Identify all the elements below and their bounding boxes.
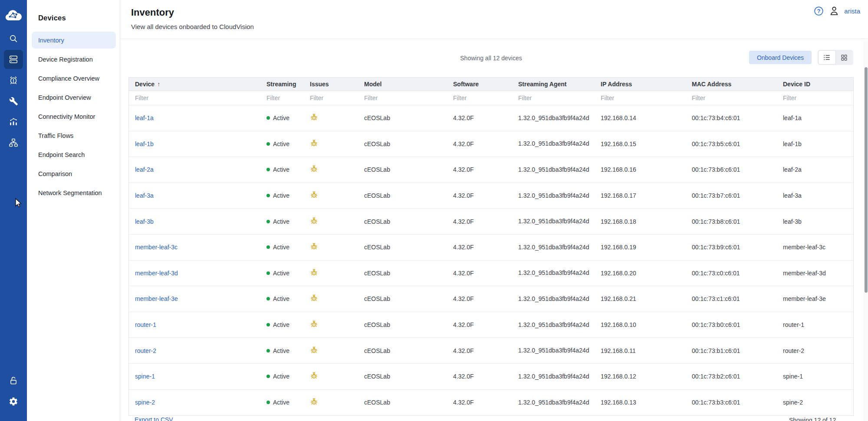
device-link[interactable]: spine-2 xyxy=(135,399,155,406)
settings-nav-button[interactable] xyxy=(4,392,23,411)
filter-input-software[interactable]: Filter xyxy=(447,95,512,101)
bug-issues-icon[interactable] xyxy=(310,268,318,277)
bug-issues-icon[interactable] xyxy=(310,165,318,173)
filter-input-mac-address[interactable]: Filter xyxy=(686,95,777,101)
user-icon[interactable] xyxy=(829,5,840,16)
column-header-software[interactable]: Software xyxy=(447,81,512,88)
bug-issues-icon[interactable] xyxy=(310,398,318,406)
software-cell: 4.32.0F xyxy=(447,114,512,121)
device-link[interactable]: member-leaf-3d xyxy=(135,270,178,277)
model-cell: cEOSLab xyxy=(358,244,447,251)
table-body: leaf-1a Active cEOSLab 4.32.0F 1.32.0_95… xyxy=(129,105,853,415)
column-header-issues[interactable]: Issues xyxy=(304,81,358,88)
column-header-device-id[interactable]: Device ID xyxy=(777,81,853,88)
device-link[interactable]: router-2 xyxy=(135,347,156,354)
mac-address-cell: 00:1c:73:b7:c6:01 xyxy=(686,192,777,199)
streaming-status: Active xyxy=(273,218,289,225)
table-row: spine-2 Active cEOSLab 4.32.0F 1.32.0_95… xyxy=(129,390,853,416)
list-view-button[interactable] xyxy=(819,51,835,64)
sidebar-item-traffic-flows[interactable]: Traffic Flows xyxy=(32,127,116,144)
bug-issues-icon[interactable] xyxy=(310,139,318,147)
bug-issues-icon[interactable] xyxy=(310,320,318,328)
bug-issues-icon[interactable] xyxy=(310,113,318,121)
wrench-icon xyxy=(9,97,18,106)
device-link[interactable]: leaf-3a xyxy=(135,192,154,199)
status-active-dot xyxy=(266,142,270,146)
dashboards-nav-button[interactable] xyxy=(4,112,23,131)
topology-nav-button[interactable] xyxy=(4,133,23,152)
device-link[interactable]: leaf-3b xyxy=(135,218,154,225)
model-cell: cEOSLab xyxy=(358,373,447,380)
device-id-cell: member-leaf-3e xyxy=(777,295,853,302)
bug-issues-icon[interactable] xyxy=(310,346,318,354)
sidebar-item-inventory[interactable]: Inventory xyxy=(32,32,116,49)
events-nav-button[interactable] xyxy=(4,71,23,90)
filter-input-streaming[interactable]: Filter xyxy=(260,95,304,101)
filter-input-device-id[interactable]: Filter xyxy=(777,95,853,101)
model-cell: cEOSLab xyxy=(358,140,447,147)
sidebar-item-endpoint-overview[interactable]: Endpoint Overview xyxy=(32,89,116,106)
search-nav-button[interactable] xyxy=(4,29,23,48)
software-cell: 4.32.0F xyxy=(447,347,512,354)
ip-address-cell: 192.168.0.18 xyxy=(595,218,686,225)
streaming-agent-cell: 1.32.0_951dba3fb9f4a24d xyxy=(518,346,595,355)
cloudvision-logo[interactable] xyxy=(5,9,22,23)
bug-issues-icon[interactable] xyxy=(310,294,318,302)
filter-input-streaming-agent[interactable]: Filter xyxy=(512,95,595,101)
device-link[interactable]: member-leaf-3c xyxy=(135,244,178,251)
bug-issues-icon[interactable] xyxy=(310,217,318,225)
sidebar-item-compliance-overview[interactable]: Compliance Overview xyxy=(32,70,116,87)
filter-input-model[interactable]: Filter xyxy=(358,95,447,101)
device-link[interactable]: spine-1 xyxy=(135,373,155,380)
sidebar-item-network-segmentation[interactable]: Network Segmentation xyxy=(32,184,116,201)
filter-input-ip-address[interactable]: Filter xyxy=(595,95,686,101)
lock-nav-button[interactable] xyxy=(4,371,23,390)
table-row: leaf-1b Active cEOSLab 4.32.0F 1.32.0_95… xyxy=(129,131,853,157)
column-header-streaming[interactable]: Streaming xyxy=(260,81,304,88)
header-divider xyxy=(120,39,868,39)
streaming-agent-cell: 1.32.0_951dba3fb9f4a24d xyxy=(518,372,595,381)
column-header-streaming-agent[interactable]: Streaming Agent xyxy=(512,81,595,88)
onboard-devices-button[interactable]: Onboard Devices xyxy=(749,51,812,64)
device-id-cell: router-2 xyxy=(777,347,853,354)
streaming-agent-cell: 1.32.0_951dba3fb9f4a24d xyxy=(518,114,595,122)
sidebar-item-device-registration[interactable]: Device Registration xyxy=(32,51,116,68)
streaming-agent-cell: 1.32.0_951dba3fb9f4a24d xyxy=(518,166,595,174)
device-link[interactable]: leaf-1a xyxy=(135,114,154,121)
help-icon[interactable]: ? xyxy=(813,6,824,16)
status-active-dot xyxy=(266,168,270,171)
device-link[interactable]: leaf-1b xyxy=(135,140,154,147)
bug-issues-icon[interactable] xyxy=(310,191,318,199)
device-id-cell: leaf-1a xyxy=(777,114,853,121)
ip-address-cell: 192.168.0.21 xyxy=(595,295,686,302)
grid-view-icon xyxy=(840,54,848,62)
metrics-chart-icon xyxy=(9,117,18,127)
model-cell: cEOSLab xyxy=(358,321,447,328)
mac-address-cell: 00:1c:73:b2:c6:01 xyxy=(686,373,777,380)
filter-input-issues[interactable]: Filter xyxy=(304,95,358,101)
bug-issues-icon[interactable] xyxy=(310,372,318,380)
column-header-mac-address[interactable]: MAC Address xyxy=(686,81,777,88)
username-link[interactable]: arista xyxy=(844,7,860,15)
column-header-ip-address[interactable]: IP Address xyxy=(595,81,686,88)
column-header-device[interactable]: Device↑ xyxy=(129,81,260,88)
scrollbar-thumb[interactable] xyxy=(865,67,868,293)
sidebar-item-connectivity-monitor[interactable]: Connectivity Monitor xyxy=(32,108,116,125)
mac-address-cell: 00:1c:73:b0:c6:01 xyxy=(686,321,777,328)
column-header-model[interactable]: Model xyxy=(358,81,447,88)
sidebar-item-endpoint-search[interactable]: Endpoint Search xyxy=(32,146,116,163)
sidebar-item-comparison[interactable]: Comparison xyxy=(32,165,116,182)
provisioning-nav-button[interactable] xyxy=(4,91,23,111)
bug-issues-icon[interactable] xyxy=(310,242,318,251)
grid-view-button[interactable] xyxy=(835,51,852,64)
export-csv-link[interactable]: Export to CSV xyxy=(135,416,173,421)
ip-address-cell: 192.168.0.15 xyxy=(595,140,686,147)
filter-input-device[interactable]: Filter xyxy=(129,95,260,101)
devices-nav-button[interactable] xyxy=(4,50,23,69)
device-id-cell: leaf-2a xyxy=(777,166,853,173)
device-link[interactable]: leaf-2a xyxy=(135,166,154,173)
device-link[interactable]: member-leaf-3e xyxy=(135,295,178,302)
device-link[interactable]: router-1 xyxy=(135,321,156,328)
table-row: leaf-3b Active cEOSLab 4.32.0F 1.32.0_95… xyxy=(129,209,853,235)
streaming-agent-cell: 1.32.0_951dba3fb9f4a24d xyxy=(518,269,595,277)
